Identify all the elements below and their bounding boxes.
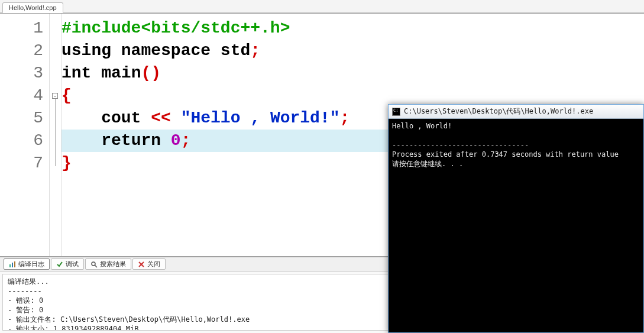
- line-number: 7: [0, 152, 49, 174]
- code-line[interactable]: using namespace std;: [62, 40, 644, 62]
- tab-compile-log-label: 编译日志: [18, 260, 44, 269]
- svg-point-3: [92, 262, 95, 266]
- line-number: 2: [0, 40, 49, 62]
- svg-rect-2: [14, 261, 15, 267]
- svg-rect-1: [12, 263, 13, 267]
- console-line: Hello , World!: [392, 121, 640, 131]
- code-token: cout: [62, 109, 151, 127]
- svg-rect-0: [9, 264, 11, 267]
- code-token: using namespace: [62, 41, 221, 60]
- line-number: 4: [0, 85, 49, 107]
- console-line: Process exited after 0.7347 seconds with…: [392, 150, 640, 159]
- code-token: main: [101, 64, 141, 82]
- console-title: C:\Users\Steven\Desktop\代码\Hello,World!.…: [404, 106, 593, 117]
- fold-toggle-icon[interactable]: [52, 93, 58, 99]
- code-token: }: [62, 154, 72, 172]
- tab-search-results[interactable]: 搜索结果: [85, 258, 131, 270]
- fold-cell: [50, 62, 61, 85]
- fold-cell: [50, 40, 61, 62]
- console-icon: [392, 108, 400, 116]
- code-line[interactable]: #include<bits/stdc++.h>: [62, 17, 644, 40]
- tab-search-results-label: 搜索结果: [100, 260, 126, 269]
- line-number: 1: [0, 17, 49, 40]
- code-token: std: [221, 41, 250, 60]
- chart-icon: [9, 261, 16, 268]
- code-token: (): [141, 64, 161, 82]
- code-token: int: [62, 64, 101, 82]
- code-token: ;: [340, 109, 350, 127]
- file-tab-label: Hello,World!.cpp: [9, 4, 57, 11]
- tab-compile-log[interactable]: 编译日志: [4, 258, 50, 270]
- console-line: [392, 131, 640, 140]
- line-number: 3: [0, 62, 49, 85]
- code-token: ;: [181, 131, 191, 150]
- code-token: return: [101, 131, 171, 150]
- line-number: 6: [0, 130, 49, 152]
- console-titlebar[interactable]: C:\Users\Steven\Desktop\代码\Hello,World!.…: [389, 105, 643, 119]
- check-icon: [56, 261, 63, 268]
- tab-close-label: 关闭: [147, 260, 160, 269]
- file-tab-bar: Hello,World!.cpp: [0, 0, 644, 13]
- code-token: #include<bits/stdc++.h>: [62, 19, 290, 37]
- code-token: "Hello , World!": [181, 109, 340, 127]
- close-icon: [138, 261, 145, 268]
- search-icon: [90, 261, 98, 268]
- code-token: <<: [151, 109, 180, 127]
- console-line: 请按任意键继续. . .: [392, 159, 640, 169]
- console-separator: --------------------------------: [392, 140, 640, 150]
- line-number: 5: [0, 107, 49, 130]
- tab-debug[interactable]: 调试: [51, 258, 84, 270]
- file-tab[interactable]: Hello,World!.cpp: [2, 2, 63, 13]
- code-token: 0: [171, 131, 181, 150]
- fold-guide-line: [55, 99, 56, 166]
- code-token: {: [62, 86, 72, 105]
- tab-close[interactable]: 关闭: [132, 258, 166, 270]
- code-token: ;: [250, 41, 260, 60]
- code-token: [62, 131, 101, 150]
- svg-line-4: [95, 265, 98, 267]
- fold-gutter: [50, 14, 62, 256]
- fold-cell: [50, 17, 61, 40]
- console-window[interactable]: C:\Users\Steven\Desktop\代码\Hello,World!.…: [388, 104, 644, 333]
- tab-debug-label: 调试: [66, 260, 79, 269]
- code-line[interactable]: int main(): [62, 62, 644, 85]
- line-number-gutter: 1234567: [0, 14, 50, 256]
- console-output: Hello , World! -------------------------…: [389, 119, 643, 332]
